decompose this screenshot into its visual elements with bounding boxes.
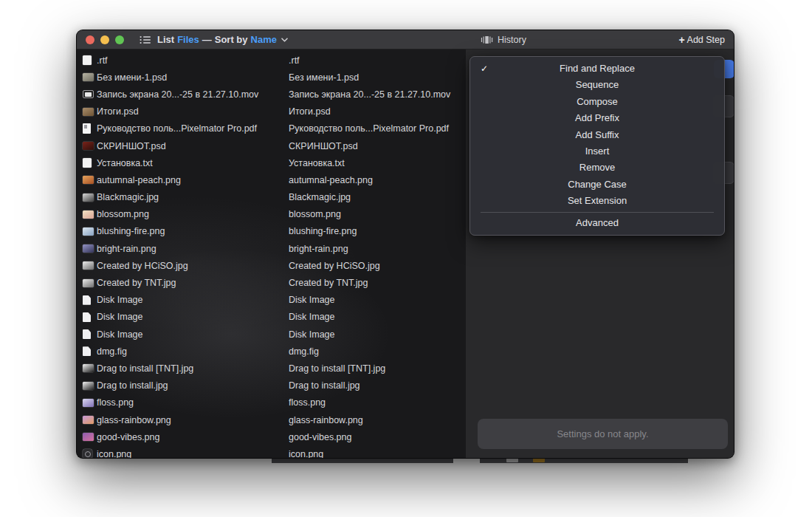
file-row[interactable]: Итоги.psd Итоги.psd [77,103,466,120]
file-original-name: Руководство поль...Pixelmator Pro.pdf [97,123,289,134]
image-thumbnail-icon [83,210,94,219]
pdf-document-icon [83,123,91,134]
file-row[interactable]: glass-rainbow.png glass-rainbow.png [77,411,466,428]
movie-file-icon [83,90,94,98]
file-original-name: dmg.fig [97,346,289,357]
file-row[interactable]: floss.png floss.png [77,394,466,411]
file-new-name: glass-rainbow.png [289,415,466,425]
menu-item-add-prefix[interactable]: Add Prefix [470,110,724,126]
file-row[interactable]: Запись экрана 20...-25 в 21.27.10.mov За… [77,86,466,103]
file-original-name: .rtf [97,55,289,66]
file-new-name: autumnal-peach.png [289,175,466,185]
image-thumbnail-icon [83,399,94,407]
document-icon [83,55,92,65]
file-row[interactable]: Drag to install.jpg Drag to install.jpg [77,377,466,394]
file-original-name: bright-rain.png [97,244,289,254]
file-original-name: Drag to install [TNT].jpg [97,363,289,374]
history-panel: ✓Find and ReplaceSequenceComposeAdd Pref… [466,49,734,458]
menu-item-find-and-replace[interactable]: ✓Find and Replace [470,61,724,77]
plus-icon: + [678,35,684,45]
file-row[interactable]: Created by HCiSO.jpg Created by HCiSO.jp… [77,257,466,274]
file-row[interactable]: bright-rain.png bright-rain.png [77,240,466,257]
file-row[interactable]: blushing-fire.png blushing-fire.png [77,223,466,240]
file-row[interactable]: Blackmagic.jpg Blackmagic.jpg [77,189,466,206]
file-original-name: Без имени-1.psd [97,72,289,83]
menu-separator [481,212,714,213]
menu-item-insert[interactable]: Insert [470,143,724,160]
file-original-name: Disk Image [97,312,289,322]
menu-item-remove[interactable]: Remove [470,160,724,176]
file-row[interactable]: СКРИНШОТ.psd СКРИНШОТ.psd [77,137,466,154]
file-original-name: Итоги.psd [97,106,289,117]
page-document-icon [83,295,91,305]
file-new-name: Disk Image [289,312,466,322]
file-original-name: Запись экрана 20...-25 в 21.27.10.mov [97,89,289,100]
image-thumbnail-icon [83,382,94,390]
file-row[interactable]: Disk Image Disk Image [77,292,466,309]
close-button[interactable] [86,35,94,44]
menu-item-compose[interactable]: Compose [470,94,724,110]
menu-item-label: Sequence [576,79,619,90]
image-thumbnail-icon [83,108,94,116]
file-new-name: Created by HCiSO.jpg [289,261,466,271]
file-new-name: Drag to install.jpg [289,380,466,391]
file-row[interactable]: autumnal-peach.png autumnal-peach.png [77,171,466,188]
minimize-button[interactable] [100,35,109,44]
menu-item-change-case[interactable]: Change Case [470,177,724,193]
menu-item-label: Add Prefix [575,112,619,123]
files-dropdown-link[interactable]: Files [177,34,199,45]
menu-item-set-extension[interactable]: Set Extension [470,193,724,209]
file-row[interactable]: .rtf .rtf [77,52,466,69]
file-row[interactable]: Created by TNT.jpg Created by TNT.jpg [77,274,466,291]
file-row[interactable]: Disk Image Disk Image [77,309,466,326]
app-window: List Files — Sort by Name [76,30,734,459]
file-new-name: Руководство поль...Pixelmator Pro.pdf [289,123,466,134]
menu-item-add-suffix[interactable]: Add Suffix [470,127,724,143]
image-thumbnail-icon [83,73,94,81]
file-row[interactable]: icon.png icon.png [77,445,466,458]
file-new-name: Установка.txt [289,158,466,168]
file-row[interactable]: Disk Image Disk Image [77,326,466,343]
file-new-name: dmg.fig [289,346,466,357]
file-new-name: Blackmagic.jpg [289,192,466,202]
file-original-name: good-vibes.png [97,432,289,442]
page-document-icon [83,329,91,339]
menu-item-advanced[interactable]: Advanced [470,215,724,231]
image-thumbnail-icon [83,364,94,372]
file-original-name: autumnal-peach.png [97,175,289,185]
file-row[interactable]: good-vibes.png good-vibes.png [77,428,466,445]
traffic-lights [86,35,124,44]
file-row[interactable]: Установка.txt Установка.txt [77,154,466,171]
file-list: .rtf .rtf Без имени-1.psd Без имени-1.ps… [77,49,466,458]
menu-item-label: Change Case [568,179,627,190]
file-original-name: Установка.txt [97,158,289,168]
image-thumbnail-icon [83,261,94,270]
file-original-name: blossom.png [97,209,289,219]
file-row[interactable]: Без имени-1.psd Без имени-1.psd [77,69,466,86]
file-new-name: bright-rain.png [289,244,466,254]
file-original-name: floss.png [97,397,289,408]
chevron-down-icon[interactable] [281,38,288,42]
file-row[interactable]: Руководство поль...Pixelmator Pro.pdf Ру… [77,120,466,137]
file-new-name: floss.png [289,397,466,408]
menu-item-label: Insert [585,145,610,157]
file-row[interactable]: Drag to install [TNT].jpg Drag to instal… [77,360,466,377]
file-new-name: Disk Image [289,295,466,305]
step-type-menu: ✓Find and ReplaceSequenceComposeAdd Pref… [469,56,725,236]
menu-item-sequence[interactable]: Sequence [470,77,724,93]
menu-item-label: Compose [577,96,618,107]
add-step-button[interactable]: + Add Step [678,35,725,45]
menu-item-label: Find and Replace [560,63,635,74]
settings-note-label: Settings do not apply. [557,428,648,439]
file-new-name: good-vibes.png [289,432,466,442]
file-original-name: Created by TNT.jpg [97,278,289,288]
history-icon [481,35,493,44]
file-row[interactable]: blossom.png blossom.png [77,206,466,223]
file-row[interactable]: dmg.fig dmg.fig [77,343,466,360]
sort-name-dropdown-link[interactable]: Name [251,34,277,45]
file-new-name: blossom.png [289,209,466,219]
file-new-name: Без имени-1.psd [289,72,466,83]
title-list-label: List [157,34,174,45]
history-title-group: History [481,35,526,45]
zoom-button[interactable] [115,35,124,44]
